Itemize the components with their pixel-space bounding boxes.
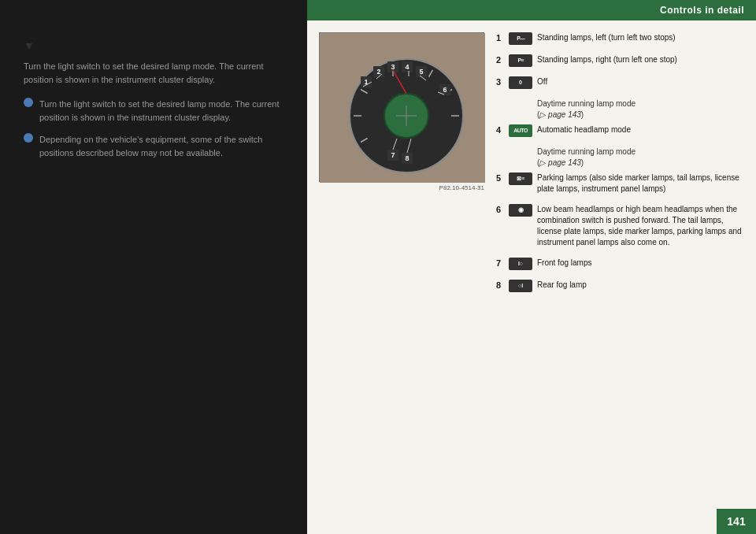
legend-icon-7: I○	[509, 258, 532, 270]
right-panel: Controls in detail	[307, 0, 756, 534]
legend-icon-5: ⊠≡	[509, 172, 532, 185]
legend-text-8: Rear fog lamp	[537, 280, 744, 291]
legend-item-8: 8 ○I Rear fog lamp	[496, 280, 744, 296]
legend-text-7: Front fog lamps	[537, 258, 744, 269]
left-item-1: Turn the light switch to set the desired…	[24, 98, 291, 124]
legend-num-1: 1	[496, 32, 509, 44]
dial-svg: 1 2 3 4 5	[320, 33, 485, 183]
svg-text:6: 6	[443, 86, 447, 94]
legend-item-3: 3 0 Off	[496, 76, 744, 93]
legend-icon-2: P≡	[509, 54, 532, 67]
legend-icon-1: P—	[509, 32, 532, 45]
svg-text:3: 3	[391, 63, 395, 71]
section-title: Controls in detail	[660, 5, 744, 16]
svg-text:8: 8	[405, 154, 409, 162]
triangle-bullet: ▼	[24, 39, 291, 52]
legend-num-8: 8	[496, 280, 509, 291]
legend-text-6: Low beam headlamps or high beam headlamp…	[537, 204, 744, 248]
legend-icon-3: 0	[509, 76, 532, 89]
dial-image: 1 2 3 4 5	[319, 32, 484, 182]
page-ref-4: ▷ page 143	[539, 158, 581, 167]
legend-num-2: 2	[496, 54, 509, 66]
legend-text-1: Standing lamps, left (turn left two stop…	[537, 32, 744, 43]
legend-section: 1 P— Standing lamps, left (turn left two…	[496, 32, 744, 522]
legend-sub-3: Daytime running lamp mode(▷ page 143)	[537, 98, 744, 121]
blue-dot-1	[24, 98, 33, 107]
section-header: Controls in detail	[307, 0, 756, 20]
blue-dot-2	[24, 133, 33, 143]
svg-text:5: 5	[419, 68, 423, 76]
left-panel: ▼ Turn the light switch to set the desir…	[0, 0, 307, 534]
svg-text:4: 4	[405, 63, 409, 71]
legend-item-2: 2 P≡ Standing lamps, right (turn left on…	[496, 54, 744, 71]
svg-text:2: 2	[376, 68, 380, 76]
legend-num-7: 7	[496, 258, 509, 269]
left-item-2: Depending on the vehicle's equipment, so…	[24, 133, 291, 159]
legend-sub-4: Daytime running lamp mode(▷ page 143)	[537, 146, 744, 169]
left-item-text-1: Turn the light switch to set the desired…	[39, 98, 291, 124]
legend-icon-8: ○I	[509, 280, 532, 292]
image-caption: P82.10-4514-31	[319, 184, 484, 191]
legend-num-4: 4	[496, 124, 509, 136]
legend-item-6: 6 ◉ Low beam headlamps or high beam head…	[496, 204, 744, 252]
legend-item-7: 7 I○ Front fog lamps	[496, 258, 744, 274]
legend-num-5: 5	[496, 172, 509, 184]
legend-num-3: 3	[496, 76, 509, 88]
left-item-text-2: Depending on the vehicle's equipment, so…	[39, 133, 291, 159]
legend-icon-6: ◉	[509, 204, 532, 217]
legend-item-4: 4 AUTO Automatic headlamp mode	[496, 124, 744, 141]
legend-text-3: Off	[537, 76, 744, 87]
legend-text-5: Parking lamps (also side marker lamps, t…	[537, 172, 744, 195]
legend-text-2: Standing lamps, right (turn left one sto…	[537, 54, 744, 65]
legend-text-4: Automatic headlamp mode	[537, 124, 744, 135]
legend-icon-4: AUTO	[509, 124, 532, 137]
page-number: 141	[717, 509, 756, 534]
legend-item-1: 1 P— Standing lamps, left (turn left two…	[496, 32, 744, 49]
legend-num-6: 6	[496, 204, 509, 216]
content-area: 1 2 3 4 5	[307, 20, 756, 534]
page-ref-3: ▷ page 143	[539, 110, 581, 119]
svg-text:7: 7	[391, 151, 395, 159]
image-section: 1 2 3 4 5	[319, 32, 484, 522]
legend-item-5: 5 ⊠≡ Parking lamps (also side marker lam…	[496, 172, 744, 198]
left-text-block-1: Turn the light switch to set the desired…	[24, 60, 291, 86]
